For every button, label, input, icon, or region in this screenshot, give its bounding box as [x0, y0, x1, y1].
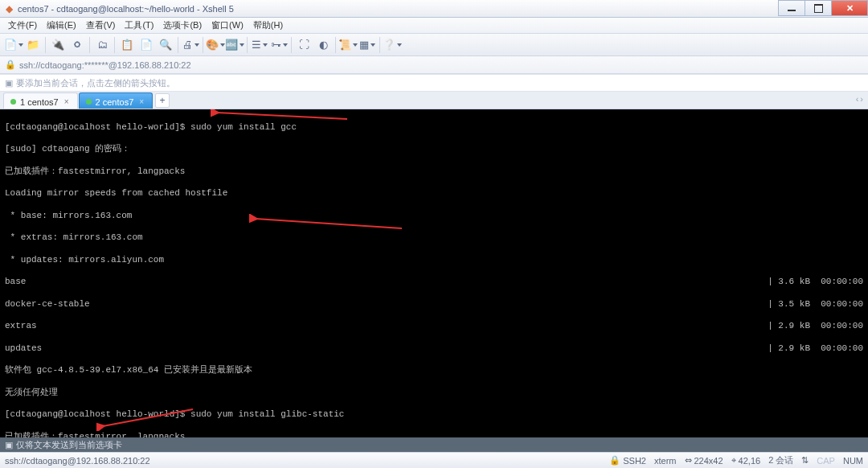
- term-line: * extras: mirrors.163.com: [5, 232, 863, 244]
- window-title: centos7 - cdtaogang@localhost:~/hello-wo…: [18, 4, 234, 14]
- term-line: * updates: mirrors.aliyun.com: [5, 255, 863, 266]
- term-line: 无须任何处理: [5, 388, 863, 399]
- menu-edit[interactable]: 编辑(E): [43, 18, 80, 33]
- status-protocol: 🔒 SSH2: [609, 455, 646, 466]
- encoding-button[interactable]: ☰: [251, 36, 268, 54]
- status-dot-icon: [10, 99, 16, 105]
- add-tab-button[interactable]: +: [155, 93, 170, 108]
- status-network-icon: ⇅: [801, 455, 809, 466]
- svg-line-0: [217, 113, 347, 119]
- address-bar: 🔒 ssh://cdtaogang:*******@192.168.88.210…: [0, 56, 868, 74]
- menu-help[interactable]: 帮助(H): [250, 18, 286, 33]
- session-tab-1[interactable]: 1 centos7 ×: [3, 92, 78, 109]
- help-button[interactable]: ❔: [383, 36, 401, 54]
- font-button[interactable]: 🔤: [226, 36, 244, 54]
- find-button[interactable]: 🔍: [157, 36, 174, 54]
- tab-nav: ‹ ›: [856, 94, 863, 104]
- term-line: [sudo] cdtaogang 的密码：: [5, 144, 863, 155]
- term-line: extras| 2.9 kB 00:00:00: [5, 321, 863, 332]
- open-button[interactable]: 📁: [24, 36, 42, 54]
- status-cursor: ⌖ 42,16: [731, 455, 761, 466]
- tab-prev-icon[interactable]: ‹: [856, 94, 859, 104]
- disconnect-button[interactable]: ⭘: [68, 36, 86, 54]
- menu-tab[interactable]: 选项卡(B): [160, 18, 205, 33]
- minimize-button[interactable]: [778, 0, 805, 16]
- term-line: updates| 2.9 kB 00:00:00: [5, 343, 863, 355]
- app-icon: ◆: [3, 3, 14, 14]
- status-termtype: xterm: [654, 456, 677, 466]
- print-button[interactable]: 🖨: [182, 36, 199, 54]
- toolbar: 📄 📁 🔌 ⭘ 🗂 📋 📄 🔍 🖨 🎨 🔤 ☰ 🗝 ⛶ ◐ 📜 ▦ ❔: [0, 34, 868, 56]
- term-line: 软件包 gcc-4.8.5-39.el7.x86_64 已安装并且是最新版本: [5, 365, 863, 376]
- menu-tools[interactable]: 工具(T): [121, 18, 157, 33]
- tab-label: 2 centos7: [96, 97, 134, 107]
- reconnect-button[interactable]: 🔌: [49, 36, 67, 54]
- compose-bar: ▣ 仅将文本发送到当前选项卡: [0, 437, 868, 452]
- status-num: NUM: [843, 456, 863, 466]
- tab-bar: 1 centos7 × 2 centos7 × + ‹ ›: [0, 92, 868, 109]
- copy-button[interactable]: 📋: [118, 36, 136, 54]
- tab-close-icon[interactable]: ×: [139, 97, 144, 106]
- properties-button[interactable]: 🗂: [93, 36, 111, 54]
- close-button[interactable]: [831, 0, 868, 16]
- session-tab-2[interactable]: 2 centos7 ×: [79, 92, 154, 109]
- terminal[interactable]: [cdtaogang@localhost hello-world]$ sudo …: [0, 109, 868, 437]
- menu-file[interactable]: 文件(F): [5, 18, 40, 33]
- term-line: docker-ce-stable| 3.5 kB 00:00:00: [5, 299, 863, 310]
- script-button[interactable]: 📜: [339, 36, 357, 54]
- compose-text[interactable]: 仅将文本发送到当前选项卡: [16, 439, 122, 451]
- hint-arrow-icon: ▣: [5, 78, 13, 88]
- lock-icon: 🔒: [5, 60, 16, 70]
- color-scheme-button[interactable]: 🎨: [207, 36, 224, 54]
- window-titlebar: ◆ centos7 - cdtaogang@localhost:~/hello-…: [0, 0, 868, 18]
- hint-bar: ▣ 要添加当前会话，点击左侧的箭头按钮。: [0, 74, 868, 92]
- hint-text: 要添加当前会话，点击左侧的箭头按钮。: [16, 77, 175, 89]
- status-dot-icon: [86, 99, 92, 105]
- layout-button[interactable]: ▦: [358, 36, 376, 54]
- term-line: Loading mirror speeds from cached hostfi…: [5, 188, 863, 199]
- paste-button[interactable]: 📄: [137, 36, 155, 54]
- compose-icon: ▣: [5, 440, 13, 450]
- tab-label: 1 centos7: [20, 97, 59, 107]
- fullscreen-button[interactable]: ⛶: [295, 36, 313, 54]
- menu-window[interactable]: 窗口(W): [208, 18, 247, 33]
- term-line: base| 3.6 kB 00:00:00: [5, 277, 863, 288]
- term-line: [cdtaogang@localhost hello-world]$ sudo …: [5, 409, 863, 421]
- menu-bar: 文件(F) 编辑(E) 查看(V) 工具(T) 选项卡(B) 窗口(W) 帮助(…: [0, 18, 868, 34]
- status-size: ⇔ 224x42: [685, 455, 723, 466]
- new-session-button[interactable]: 📄: [5, 36, 23, 54]
- transparency-button[interactable]: ◐: [314, 36, 332, 54]
- term-line: * base: mirrors.163.com: [5, 211, 863, 222]
- term-line: 已加载插件：fastestmirror, langpacks: [5, 432, 863, 437]
- tab-next-icon[interactable]: ›: [860, 94, 863, 104]
- status-sessions: 2 会话: [768, 454, 793, 466]
- menu-view[interactable]: 查看(V): [83, 18, 119, 33]
- address-text[interactable]: ssh://cdtaogang:*******@192.168.88.210:2…: [19, 60, 191, 70]
- status-bar: ssh://cdtaogang@192.168.88.210:22 🔒 SSH2…: [0, 452, 868, 468]
- lock-button[interactable]: 🗝: [270, 36, 288, 54]
- term-line: 已加载插件：fastestmirror, langpacks: [5, 166, 863, 178]
- maximize-button[interactable]: [805, 0, 832, 16]
- status-cap: CAP: [817, 456, 835, 466]
- status-connection: ssh://cdtaogang@192.168.88.210:22: [5, 456, 150, 466]
- term-line: [cdtaogang@localhost hello-world]$ sudo …: [5, 122, 863, 133]
- tab-close-icon[interactable]: ×: [64, 97, 69, 106]
